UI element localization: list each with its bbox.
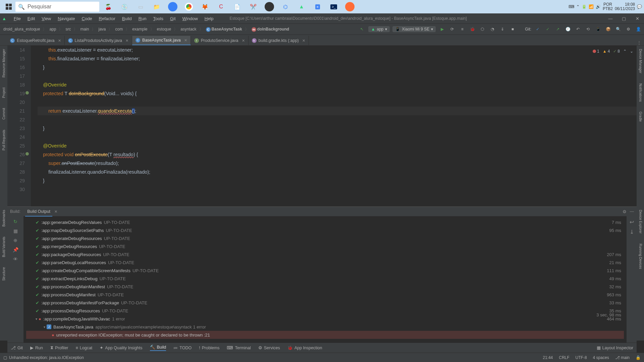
menu-view[interactable]: View xyxy=(39,15,54,22)
taskbar-app-powershell[interactable]: >_ xyxy=(327,0,340,13)
breadcrumb-item[interactable]: main xyxy=(79,26,90,32)
vcs-rollback-button[interactable]: ↶ xyxy=(574,25,582,33)
menu-git[interactable]: Git xyxy=(167,15,178,22)
caret-position[interactable]: 21:44 xyxy=(543,355,553,360)
taskbar-app-libreoffice[interactable]: 📄 xyxy=(231,0,244,13)
tool-window-button[interactable]: ✦App Quality Insights xyxy=(100,345,142,350)
device-selector[interactable]: 📱 Xiaomi Mi 9 SE ▾ xyxy=(392,26,436,32)
vcs-push-button[interactable]: ↗ xyxy=(554,25,561,33)
tool-window-button[interactable]: Device Manager xyxy=(639,49,642,73)
build-output-tab[interactable]: Build Output xyxy=(25,208,52,215)
taskbar-search[interactable]: 🔍 Pesquisar xyxy=(15,2,99,12)
git-branch[interactable]: ⎇ main xyxy=(615,355,630,360)
tool-window-button[interactable]: 🔨Build xyxy=(150,345,166,351)
tool-window-button[interactable]: ▶Run xyxy=(30,345,43,350)
tool-window-button[interactable]: !Problems xyxy=(199,346,219,350)
build-task-row[interactable]: ✔:app:packageDebugResourcesUP-TO-DATE207… xyxy=(26,250,624,258)
editor-tab[interactable]: IProdutoService.java✕ xyxy=(191,36,249,45)
close-icon[interactable]: ✕ xyxy=(125,39,128,43)
eye-icon[interactable]: 👁 xyxy=(13,256,18,262)
taskbar-app-vscode[interactable]: ⌬ xyxy=(279,0,292,13)
apply-code-button[interactable]: ≡ xyxy=(459,25,466,33)
taskbar-app-capcut[interactable]: ✂️ xyxy=(247,0,260,13)
attach-debugger-button[interactable]: ⇓ xyxy=(499,25,506,33)
sync-button[interactable]: ⟲ xyxy=(584,25,592,33)
breadcrumb-item[interactable]: estoque xyxy=(156,26,173,32)
rerun-icon[interactable]: ↻ xyxy=(13,219,17,224)
tool-window-button[interactable]: ≡Logcat xyxy=(76,346,93,350)
breadcrumb-item[interactable]: mdoInBackground xyxy=(250,26,290,32)
breadcrumb-item[interactable]: CBaseAsyncTask xyxy=(205,26,244,32)
gear-icon[interactable]: ⚙ xyxy=(623,209,627,214)
run-config-selector[interactable]: ▲ app ▾ xyxy=(368,26,390,32)
tool-window-button[interactable]: ≔TODO xyxy=(173,345,192,350)
editor[interactable]: 1415161718192021222324252627282930 1 ▲4 … xyxy=(7,46,637,206)
chevron-down-icon[interactable]: ⌄ xyxy=(630,47,633,56)
taskbar-app-taskview[interactable]: ▭ xyxy=(134,0,147,13)
expand-icon[interactable]: ⊕ xyxy=(13,238,17,243)
window-minimize[interactable]: — xyxy=(604,13,617,23)
tool-window-button[interactable]: Resource Manager xyxy=(2,49,6,77)
breadcrumb-item[interactable]: asyntack xyxy=(179,26,198,32)
tool-window-button[interactable]: Notifications xyxy=(639,83,642,102)
breadcrumb-item[interactable]: com xyxy=(114,26,124,32)
build-task-row[interactable]: ✔:app:processDebugMainManifestUP-TO-DATE… xyxy=(26,283,624,291)
run-button[interactable]: ▶ xyxy=(438,25,446,33)
build-task-row[interactable]: ✔:app:processDebugManifestForPackageUP-T… xyxy=(26,299,624,307)
vcs-commit-button[interactable]: ✓ xyxy=(544,25,551,33)
build-error-row[interactable]: ●unreported exception IOException; must … xyxy=(26,331,624,339)
build-task-row[interactable]: ▾●:app:compileDebugJavaWithJavac1 error4… xyxy=(26,315,624,323)
build-task-row[interactable]: ✔:app:extractDeepLinksDebugUP-TO-DATE49 … xyxy=(26,275,624,283)
build-task-row[interactable]: ✔:app:mapDebugSourceSetPathsUP-TO-DATE95… xyxy=(26,226,624,234)
breadcrumb-item[interactable]: app xyxy=(48,26,57,32)
tool-window-button[interactable]: ⚙Services xyxy=(258,345,280,350)
editor-tab[interactable]: CEstoqueRetrofit.java✕ xyxy=(7,36,65,45)
coverage-button[interactable]: ⬡ xyxy=(479,25,486,33)
taskbar-app-docs[interactable]: ≡ xyxy=(311,0,324,13)
start-button[interactable] xyxy=(2,0,15,13)
tabs-more-icon[interactable]: ⋮ xyxy=(634,40,644,45)
breadcrumb-item[interactable]: example xyxy=(131,26,149,32)
line-separator[interactable]: CRLF xyxy=(559,355,569,360)
taskbar-app-chrome[interactable] xyxy=(182,0,195,13)
stop-button[interactable]: ■ xyxy=(509,25,516,33)
scroll-to-end-icon[interactable]: ⤓ xyxy=(630,229,634,235)
build-task-row[interactable]: ✔:app:processDebugResourcesUP-TO-DATE35 … xyxy=(26,307,624,315)
sdk-button[interactable]: 📦 xyxy=(604,25,612,33)
inspection-widget[interactable]: 1 ▲4 ✓8 ⌃ ⌄ xyxy=(593,47,633,56)
tray-clock[interactable]: 18:08 06/11/2023 xyxy=(615,2,635,11)
menu-file[interactable]: File xyxy=(11,15,23,22)
close-icon[interactable]: ✕ xyxy=(54,209,57,214)
menu-refactor[interactable]: Refactor xyxy=(96,15,118,22)
tool-window-button[interactable]: ⧗Profiler xyxy=(50,345,68,350)
tool-window-button[interactable]: Device Explorer xyxy=(639,210,642,234)
vcs-update-button[interactable]: ✓ xyxy=(534,25,541,33)
settings-button[interactable]: ⚙ xyxy=(625,25,632,33)
tool-window-button[interactable]: ⎇Git xyxy=(11,345,23,350)
pin-icon[interactable]: 📌 xyxy=(13,247,18,252)
taskbar-app-postman[interactable] xyxy=(343,0,356,13)
tool-window-button[interactable]: Bookmarks xyxy=(2,210,6,227)
taskbar-app-zoom[interactable] xyxy=(166,0,179,13)
menu-help[interactable]: Help xyxy=(202,15,216,22)
search-everywhere-button[interactable]: 🔍 xyxy=(614,25,622,33)
chevron-up-icon[interactable]: ⌃ xyxy=(623,47,627,56)
editor-code[interactable]: 1 ▲4 ✓8 ⌃ ⌄ this.executaListener = execu… xyxy=(31,46,637,206)
build-task-row[interactable]: ✔:app:processDebugManifestUP-TO-DATE963 … xyxy=(26,291,624,299)
debug-button[interactable]: 🐞 xyxy=(469,25,476,33)
lock-icon[interactable]: 🔒 xyxy=(636,355,641,360)
taskbar-app-explorer[interactable]: 📁 xyxy=(150,0,163,13)
build-task-row[interactable]: ✔:app:generateDebugResValuesUP-TO-DATE7 … xyxy=(26,218,624,226)
build-task-row[interactable]: ✔:app:createDebugCompatibleScreenManifes… xyxy=(26,266,624,275)
vcs-history-button[interactable]: 🕘 xyxy=(564,25,572,33)
tray-notifications-icon[interactable]: 💬 xyxy=(637,4,642,9)
tool-window-button[interactable]: Build Variants xyxy=(2,237,6,257)
taskbar-app-androidstudio[interactable]: ▲ xyxy=(295,0,308,13)
tool-window-button[interactable]: Commit xyxy=(2,108,6,119)
filter-icon[interactable]: ▦ xyxy=(13,228,18,234)
menu-run[interactable]: Run xyxy=(136,15,149,22)
profile-button[interactable]: ◔ xyxy=(489,25,496,33)
taskbar-app-obs[interactable] xyxy=(263,0,276,13)
tray-keyboard-icon[interactable]: ⌨ xyxy=(569,4,574,9)
tool-window-button[interactable]: Gradle xyxy=(639,112,642,122)
